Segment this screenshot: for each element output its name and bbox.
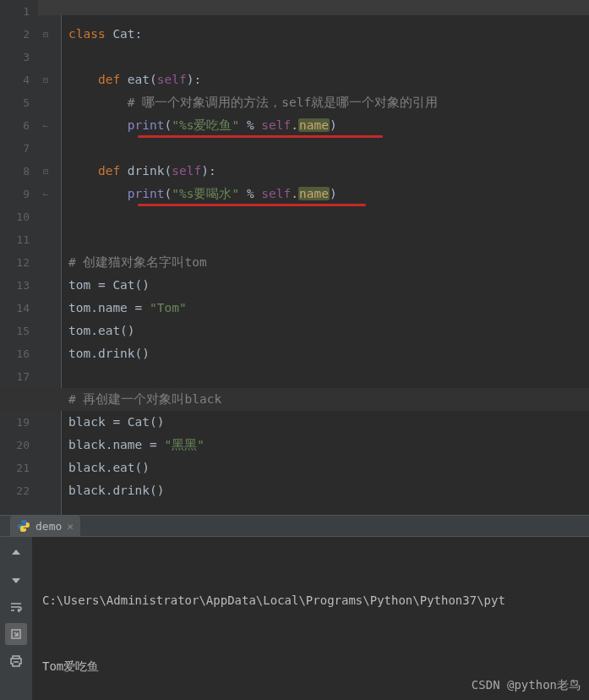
attr-highlight: name (298, 118, 330, 132)
line-number-gutter: 1 2 3 4 5 6 7 8 9 10 11 12 13 14 15 16 1… (0, 0, 38, 515)
fold-end-icon[interactable]: ⌙ (43, 114, 48, 137)
code-line: black.eat() (68, 457, 589, 479)
fold-marker-icon[interactable]: ⊟ (43, 23, 48, 46)
line-number: 6 (0, 114, 30, 137)
line-number: 3 (0, 46, 30, 68)
soft-wrap-button[interactable] (5, 596, 27, 618)
line-number: 5 (0, 91, 30, 114)
line-number: 7 (0, 137, 30, 160)
line-number: 21 (0, 457, 30, 479)
code-line: black.name = "黑黑" (68, 434, 589, 457)
code-line (68, 137, 589, 160)
print-button[interactable] (5, 650, 27, 672)
console-line: Tom爱吃鱼 (42, 655, 586, 677)
fold-column[interactable]: ⊟ ⊟ ⌙ ⊟ ⌙ (38, 0, 62, 515)
toolbar (0, 537, 32, 700)
code-line (68, 228, 589, 251)
run-tab-label: demo (35, 520, 62, 533)
console-line: C:\Users\Administrator\AppData\Local\Pro… (42, 589, 586, 611)
code-line: tom.name = "Tom" (68, 297, 589, 320)
scroll-down-button[interactable] (5, 569, 27, 591)
line-number: 4 (0, 68, 30, 91)
line-number: 8 (0, 160, 30, 183)
annotation-underline (138, 204, 366, 206)
line-number: 13 (0, 274, 30, 297)
code-line: # 创建猫对象名字叫tom (68, 251, 589, 274)
line-number: 10 (0, 205, 30, 228)
line-number: 15 (0, 320, 30, 342)
line-number: 12 (0, 251, 30, 274)
console-output[interactable]: C:\Users\Administrator\AppData\Local\Pro… (32, 537, 589, 700)
annotation-underline (138, 135, 383, 138)
line-number: 19 (0, 411, 30, 434)
code-line: def eat(self): (68, 68, 589, 91)
fold-marker-icon[interactable]: ⊟ (43, 68, 48, 91)
run-tab[interactable]: demo × (10, 516, 80, 536)
run-tool-window: demo × C:\Users\Administrator\AppData\Lo… (0, 515, 589, 700)
code-line: class Cat: (68, 23, 589, 46)
code-area[interactable]: class Cat: def eat(self): # 哪一个对象调用的方法，s… (62, 0, 589, 515)
code-line: # 再创建一个对象叫black (0, 388, 589, 411)
line-number: 11 (0, 228, 30, 251)
scroll-up-button[interactable] (5, 542, 27, 564)
fold-marker-icon[interactable]: ⊟ (43, 160, 48, 183)
code-line: # 哪一个对象调用的方法，self就是哪一个对象的引用 (68, 91, 589, 114)
line-number: 17 (0, 365, 30, 388)
code-line (68, 365, 589, 388)
code-line: tom.eat() (68, 320, 589, 342)
line-number: 2 (0, 23, 30, 46)
attr-highlight: name (298, 187, 330, 200)
line-number: 22 (0, 479, 30, 502)
run-tab-bar: demo × (0, 516, 589, 537)
close-icon[interactable]: × (67, 520, 74, 533)
code-line (68, 46, 589, 68)
code-line: def drink(self): (68, 160, 589, 183)
line-number: 9 (0, 183, 30, 205)
code-line: black.drink() (68, 479, 589, 502)
code-line: print("%s爱吃鱼" % self.name) (68, 114, 589, 137)
line-number: 16 (0, 342, 30, 365)
code-line (68, 205, 589, 228)
code-line: tom.drink() (68, 342, 589, 365)
watermark: CSDN @python老鸟 (472, 678, 581, 693)
code-editor[interactable]: 1 2 3 4 5 6 7 8 9 10 11 12 13 14 15 16 1… (0, 0, 589, 515)
line-number: 1 (0, 0, 30, 23)
line-number: 14 (0, 297, 30, 320)
line-number: 20 (0, 434, 30, 457)
code-line: tom = Cat() (68, 274, 589, 297)
code-line (68, 0, 589, 23)
fold-end-icon[interactable]: ⌙ (43, 183, 48, 205)
code-line: black = Cat() (68, 411, 589, 434)
scroll-to-end-button[interactable] (5, 623, 27, 645)
code-line: print("%s要喝水" % self.name) (68, 183, 589, 205)
python-file-icon (17, 519, 30, 533)
